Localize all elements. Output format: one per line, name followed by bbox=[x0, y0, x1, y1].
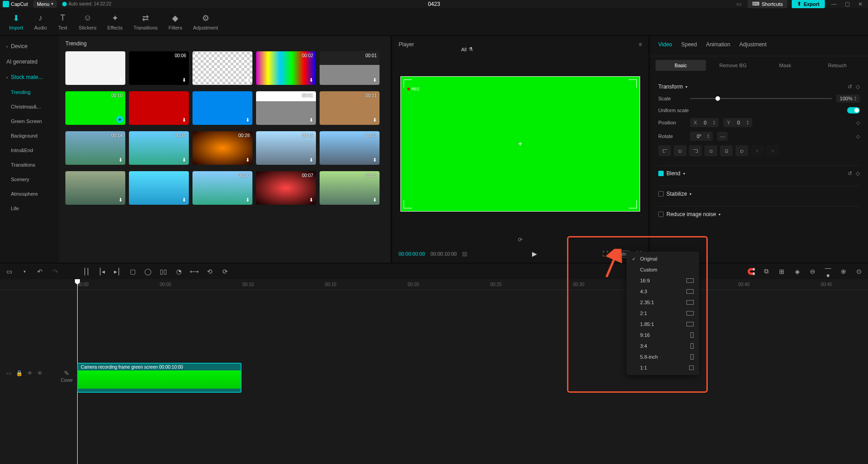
export-button[interactable]: ⬆ Export bbox=[792, 0, 825, 8]
subtab-removebg[interactable]: Remove BG bbox=[708, 60, 758, 71]
menu-button[interactable]: Menu ▾ bbox=[33, 0, 57, 8]
crop-icon[interactable]: ⛶ bbox=[602, 251, 608, 257]
download-icon[interactable]: ⬇ bbox=[373, 197, 377, 203]
align-bottom[interactable]: ⫐ bbox=[735, 145, 748, 156]
media-thumb[interactable]: ⬇ bbox=[192, 51, 252, 85]
media-thumb[interactable]: 00:35⬇ bbox=[129, 131, 189, 165]
ribbon-filters[interactable]: ◆Filters bbox=[163, 11, 187, 32]
preview-canvas[interactable]: REC + bbox=[400, 76, 640, 212]
select-tool[interactable]: ▭ bbox=[5, 268, 14, 275]
media-thumb[interactable]: 00:13⬇ bbox=[320, 171, 380, 205]
timeline-clip[interactable]: Camera recording frame green screen 00:0… bbox=[77, 363, 242, 393]
download-icon[interactable]: ⬇ bbox=[309, 157, 313, 163]
download-icon[interactable]: ⬇ bbox=[246, 197, 250, 203]
magnet-tool[interactable]: 🧲 bbox=[746, 268, 755, 275]
mask-tool[interactable]: ◯ bbox=[143, 268, 153, 275]
chevron-down-icon[interactable]: ▾ bbox=[690, 192, 691, 196]
media-thumb[interactable]: ⬇ bbox=[192, 91, 252, 125]
ribbon-import[interactable]: ⬇Import bbox=[4, 11, 29, 32]
download-icon[interactable]: ⬇ bbox=[118, 77, 123, 83]
tab-speed[interactable]: Speed bbox=[681, 41, 697, 50]
download-icon[interactable]: ⬇ bbox=[309, 117, 313, 123]
ratio-option-11[interactable]: 1:1 bbox=[626, 362, 699, 373]
chevron-down-icon[interactable]: ▾ bbox=[686, 85, 687, 89]
scale-value[interactable]: 100% ▴▾ bbox=[836, 94, 860, 103]
subtab-mask[interactable]: Mask bbox=[760, 60, 810, 71]
sidebar-item-device[interactable]: ▸Device bbox=[0, 39, 59, 54]
media-thumb[interactable]: 00:11⬇ bbox=[320, 91, 380, 125]
play-button[interactable]: ▶ bbox=[532, 250, 537, 257]
ribbon-transitions[interactable]: ⇄Transitions bbox=[128, 11, 163, 32]
ratio-option-34[interactable]: 3:4 bbox=[626, 341, 699, 351]
mirror-tool[interactable]: ▯▯ bbox=[159, 268, 168, 275]
ratio-option-1851[interactable]: 1.85:1 bbox=[626, 319, 699, 330]
sidebar-item-life[interactable]: Life bbox=[0, 201, 59, 216]
split-tool[interactable]: ⎮⎮ bbox=[82, 268, 91, 275]
sidebar-item-aigenerated[interactable]: AI generated bbox=[0, 54, 59, 69]
tab-animation[interactable]: Animation bbox=[706, 41, 730, 50]
align-right[interactable]: ⫎ bbox=[689, 145, 702, 156]
download-icon[interactable]: ⬇ bbox=[246, 117, 250, 123]
ratio-option-original[interactable]: ✓Original bbox=[626, 253, 699, 264]
zoom-slider[interactable]: —● bbox=[824, 264, 833, 279]
position-y-input[interactable]: Y 0 ▴▾ bbox=[723, 118, 752, 127]
download-icon[interactable]: ⬇ bbox=[373, 157, 377, 163]
ribbon-adjustment[interactable]: ⚙Adjustment bbox=[187, 11, 223, 32]
subtab-retouch[interactable]: Retouch bbox=[812, 60, 863, 71]
download-icon[interactable]: ⬇ bbox=[182, 77, 186, 83]
media-thumb[interactable]: 00:14⬇ bbox=[65, 131, 125, 165]
ratio-option-916[interactable]: 9:16 bbox=[626, 330, 699, 341]
media-thumb[interactable]: 00:23⬇ bbox=[320, 131, 380, 165]
ratio-option-43[interactable]: 4:3 bbox=[626, 286, 699, 297]
player-viewport[interactable]: REC + bbox=[392, 53, 648, 235]
split-right[interactable]: ▸⎮ bbox=[113, 268, 122, 275]
zoom-in[interactable]: ⊕ bbox=[839, 268, 848, 275]
download-icon[interactable]: ⬇ bbox=[373, 117, 377, 123]
download-icon[interactable]: ⬇ bbox=[309, 77, 313, 83]
track-hide-icon[interactable]: 👁 bbox=[27, 370, 33, 376]
stepper-icon[interactable]: ▴▾ bbox=[707, 133, 709, 139]
chevron-down-icon[interactable]: ▾ bbox=[719, 212, 720, 217]
sidebar-item-christmas[interactable]: Christmas&... bbox=[0, 99, 59, 114]
sidebar-item-atmosphere[interactable]: Atmosphere bbox=[0, 187, 59, 201]
media-thumb[interactable]: 00:06⬇ bbox=[129, 51, 189, 85]
ratio-option-2351[interactable]: 2.35:1 bbox=[626, 297, 699, 308]
ribbon-stickers[interactable]: ☺Stickers bbox=[73, 11, 102, 32]
blend-checkbox[interactable] bbox=[658, 171, 664, 176]
keyframe-icon[interactable]: ◇ bbox=[856, 84, 860, 90]
media-thumb[interactable]: 00:02⬇ bbox=[256, 51, 316, 85]
align-top[interactable]: ⫏ bbox=[705, 145, 717, 156]
uniform-scale-toggle[interactable] bbox=[847, 107, 860, 114]
media-thumb[interactable]: 00:01⬇ bbox=[256, 91, 316, 125]
sidebar-item-introend[interactable]: Intro&End bbox=[0, 143, 59, 158]
media-thumb[interactable]: ⬇ bbox=[65, 51, 125, 85]
select-mode-chevron[interactable]: ▾ bbox=[20, 269, 29, 274]
cover-button[interactable]: ✎ Cover bbox=[58, 370, 75, 383]
zoom-fit[interactable]: ⊙ bbox=[854, 268, 863, 275]
rotate-tool[interactable]: ⟳ bbox=[221, 268, 230, 275]
keyframe-icon[interactable]: ◇ bbox=[856, 120, 860, 126]
minimize-button[interactable]: — bbox=[829, 1, 838, 7]
undo-button[interactable]: ↶ bbox=[35, 268, 44, 275]
download-icon[interactable]: ⬇ bbox=[246, 77, 250, 83]
subtab-basic[interactable]: Basic bbox=[656, 60, 706, 71]
align-left[interactable]: ⫍ bbox=[658, 145, 671, 156]
player-menu-icon[interactable]: ≡ bbox=[639, 41, 642, 48]
ribbon-audio[interactable]: ♪Audio bbox=[29, 11, 52, 32]
scale-slider[interactable] bbox=[690, 98, 832, 99]
media-thumb[interactable]: ⬇ bbox=[65, 171, 125, 205]
download-icon[interactable]: ⬇ bbox=[118, 197, 123, 203]
stepper-icon[interactable]: ▴▾ bbox=[713, 120, 715, 125]
stabilize-checkbox[interactable] bbox=[658, 191, 664, 197]
redo-button[interactable]: ↷ bbox=[51, 268, 60, 275]
media-thumb[interactable]: ⬇ bbox=[129, 171, 189, 205]
download-icon[interactable]: ⬇ bbox=[118, 157, 123, 163]
chevron-down-icon[interactable]: ▾ bbox=[683, 172, 685, 176]
align-center-h[interactable]: ⫐ bbox=[674, 145, 686, 156]
download-icon[interactable]: ⬇ bbox=[309, 197, 313, 203]
ratio-option-58inch[interactable]: 5.8-inch bbox=[626, 351, 699, 362]
speed-tool[interactable]: ◔ bbox=[174, 268, 183, 275]
link-tool[interactable]: ⧉ bbox=[762, 267, 771, 275]
sidebar-item-background[interactable]: Background bbox=[0, 128, 59, 143]
tab-adjustment[interactable]: Adjustment bbox=[740, 41, 767, 50]
